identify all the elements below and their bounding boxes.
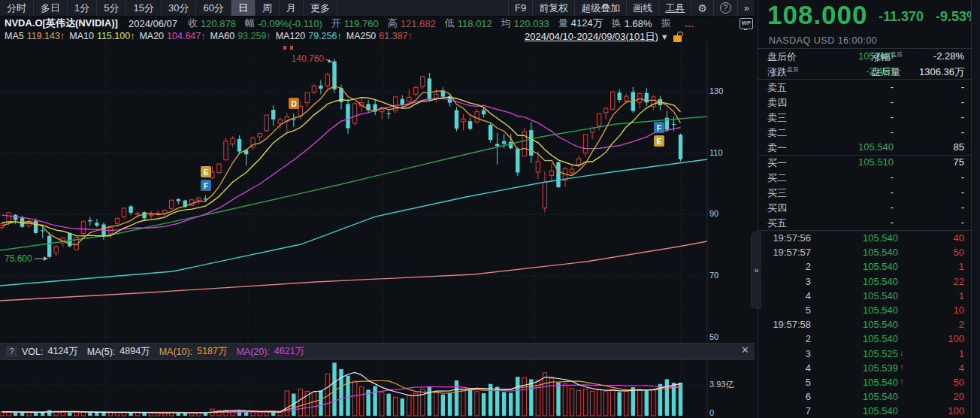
tab-周[interactable]: 周 xyxy=(256,0,280,16)
tick-qty: 50 xyxy=(909,377,964,388)
svg-text:F: F xyxy=(657,124,661,132)
period-toolbar: 分时多日1分5分15分30分60分日周月更多F9前复权超级叠加画线工具⚙?» xyxy=(0,0,755,17)
book-qty: - xyxy=(909,201,964,213)
toolbar-button-画线[interactable]: 画线 xyxy=(626,0,658,16)
tick-row: 6105.54020 xyxy=(758,389,972,404)
close-value: 120.878 xyxy=(201,18,236,29)
book-price: - xyxy=(830,126,894,138)
ma-value-MA20: 104.647↑ xyxy=(167,31,205,41)
tick-time: 2 xyxy=(764,261,811,272)
toolbar-button-F9[interactable]: F9 xyxy=(508,0,532,16)
price-axis-label: 70 xyxy=(709,271,718,280)
book-price: - xyxy=(830,217,894,228)
book-price: 105.510 xyxy=(830,156,894,168)
book-level-label: 买五 xyxy=(767,217,787,230)
book-level-label: 卖四 xyxy=(767,96,787,110)
tab-15分[interactable]: 15分 xyxy=(126,0,161,16)
tick-row: 7105.540100 xyxy=(758,404,972,418)
tab-更多[interactable]: 更多 xyxy=(304,0,337,16)
swing-label: 振 xyxy=(661,17,671,30)
avg-value: 120.033 xyxy=(514,18,549,29)
after-hours-row: 涨跌盘后-2.460盘后量1306.36万 xyxy=(758,64,972,79)
vol-ma20-value: 4621万 xyxy=(274,345,304,358)
ma-value-MA10: 115.100↑ xyxy=(97,31,135,41)
book-price: - xyxy=(830,81,894,92)
tick-qty: 4 xyxy=(909,362,964,374)
wp-monitor-icon[interactable]: WP xyxy=(740,18,753,29)
ma-value-MA250: 61.387↑ xyxy=(379,31,412,41)
tick-price: 105.540 xyxy=(839,247,898,258)
tick-time: 2 xyxy=(764,333,811,344)
svg-text:F: F xyxy=(204,182,208,190)
tick-price: 105.540 xyxy=(839,304,898,316)
book-row-买四: 买四-- xyxy=(758,200,972,215)
tab-日[interactable]: 日 xyxy=(231,0,256,16)
tick-time: 6 xyxy=(764,391,811,402)
tab-60分[interactable]: 60分 xyxy=(196,0,231,16)
collapse-panel-handle[interactable]: » xyxy=(751,232,761,308)
arrow-up-icon: ↑ xyxy=(900,362,904,371)
ah-label: 涨跌盘后 xyxy=(767,65,799,79)
book-level-label: 买一 xyxy=(767,156,787,170)
book-qty: 75 xyxy=(909,156,964,168)
book-qty: - xyxy=(909,217,964,228)
svg-text:D: D xyxy=(291,100,296,108)
toolbar-button-超级叠加[interactable]: 超级叠加 xyxy=(574,0,626,16)
close-label: 收 xyxy=(188,17,198,30)
vol-ma5-label: MA(5): xyxy=(87,347,116,357)
tab-30分[interactable]: 30分 xyxy=(162,0,196,16)
price-axis-label: 110 xyxy=(709,148,723,157)
toolbar-button-工具[interactable]: 工具 xyxy=(658,0,691,16)
tick-row: 19:57:56105.54040 xyxy=(758,231,972,246)
tick-price: 105.540 xyxy=(839,319,898,330)
help-icon[interactable]: ? xyxy=(6,346,17,357)
after-hours-row: 盘后价105.540涨幅盘后-2.28% xyxy=(758,49,972,64)
toolbar-button-前复权[interactable]: 前复权 xyxy=(532,0,574,16)
tick-time: 5 xyxy=(764,304,811,316)
ah-label2: 盘后量 xyxy=(871,65,900,79)
symbol-name: NVDA.O[英伟达(NVIDIA)] xyxy=(5,17,118,30)
tick-qty: 50 xyxy=(909,247,964,258)
chevron-down-icon[interactable]: ▼ xyxy=(661,32,669,41)
tab-月[interactable]: 月 xyxy=(280,0,304,16)
tick-qty: 1 xyxy=(909,348,964,359)
amp-value: -0.09%(-0.110) xyxy=(258,18,322,29)
candlestick-chart[interactable]: 140.76075.600EFDFE xyxy=(0,41,755,343)
help-icon[interactable]: ? xyxy=(713,0,737,16)
book-qty: - xyxy=(909,81,964,92)
tick-row: 19:57:58105.5402 xyxy=(758,317,972,332)
ma-label-MA60: MA60 xyxy=(210,31,234,41)
volume-chart[interactable] xyxy=(0,359,755,418)
tick-time: 7 xyxy=(764,405,811,416)
tick-qty: 20 xyxy=(909,391,964,402)
volume-value: 4124万 xyxy=(571,17,603,30)
more-chevron-icon[interactable]: » xyxy=(737,0,755,16)
tick-price: 105.540 xyxy=(839,333,898,344)
price-change: -11.370 xyxy=(879,9,924,25)
book-level-label: 买二 xyxy=(767,171,787,185)
price-axis-label: 50 xyxy=(709,332,718,341)
tick-qty: 2 xyxy=(909,319,964,330)
trading-app: 分时多日1分5分15分30分60分日周月更多F9前复权超级叠加画线工具⚙?» N… xyxy=(0,0,980,418)
book-row-卖一: 卖一105.54085 xyxy=(758,140,972,155)
tick-time: 19:57:57 xyxy=(764,247,811,258)
vol-label: VOL: xyxy=(22,347,44,357)
book-row-卖五: 卖五-- xyxy=(758,80,972,95)
gear-icon[interactable]: ⚙ xyxy=(691,0,713,16)
book-qty: - xyxy=(909,126,964,138)
tab-分时[interactable]: 分时 xyxy=(0,0,34,16)
close-icon[interactable]: ✕ xyxy=(741,344,749,356)
book-qty: - xyxy=(909,111,964,123)
more-ellipsis[interactable]: … xyxy=(685,18,694,29)
book-row-卖三: 卖三-- xyxy=(758,110,972,125)
tab-多日[interactable]: 多日 xyxy=(34,0,68,16)
tab-5分[interactable]: 5分 xyxy=(97,0,126,16)
tick-price: 105.540 xyxy=(839,405,898,416)
tick-row: 2105.540100 xyxy=(758,332,972,347)
tick-price: 105.539 xyxy=(839,362,898,374)
tick-row: 19:57:57105.54050 xyxy=(758,245,972,260)
ah-value2: 1306.36万 xyxy=(909,65,964,79)
tab-1分[interactable]: 1分 xyxy=(68,0,97,16)
tick-price: 105.540 xyxy=(839,276,898,287)
arrow-down-icon: ↓ xyxy=(900,348,904,357)
